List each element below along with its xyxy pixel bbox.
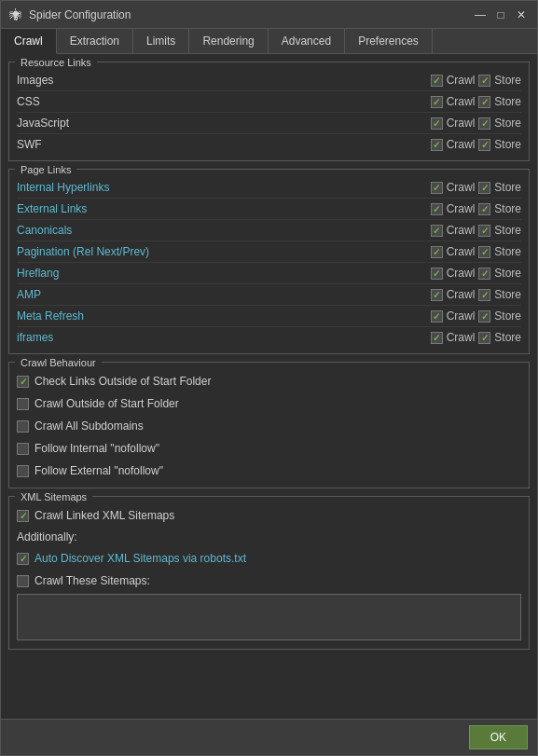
crawl-check-meta-refresh[interactable]: Crawl [431, 309, 476, 323]
check-crawl-outside[interactable] [17, 398, 29, 410]
store-check-js[interactable]: Store [478, 117, 521, 130]
crawl-checkbox-amp[interactable] [431, 289, 443, 301]
crawl-label: Crawl [447, 245, 476, 258]
table-row: Meta Refresh Crawl Store [17, 306, 521, 327]
crawl-label: Crawl [447, 117, 476, 130]
crawl-check-internal[interactable]: Crawl [431, 181, 476, 194]
store-checkbox-canonicals[interactable] [478, 225, 490, 237]
store-label: Store [494, 331, 521, 344]
crawl-behaviour-body: Check Links Outside of Start Folder Craw… [9, 370, 529, 488]
minimize-button[interactable]: — [472, 7, 489, 23]
check-crawl-subdomains[interactable] [17, 420, 29, 433]
xml-sitemaps-body: Crawl Linked XML Sitemaps Additionally: … [9, 504, 529, 649]
row-label-pagination: Pagination (Rel Next/Prev) [17, 245, 431, 258]
crawl-checkbox-external[interactable] [431, 203, 443, 215]
label-crawl-these-sitemaps: Crawl These Sitemaps: [34, 574, 150, 587]
store-check-meta-refresh[interactable]: Store [478, 309, 521, 323]
row-label-iframes: iframes [17, 331, 431, 344]
check-auto-discover[interactable] [17, 553, 29, 565]
store-check-internal[interactable]: Store [478, 181, 521, 194]
store-check-iframes[interactable]: Store [478, 331, 521, 344]
store-check-amp[interactable]: Store [478, 288, 521, 301]
ok-button[interactable]: OK [469, 725, 528, 749]
crawl-checkbox-pagination[interactable] [431, 246, 443, 258]
crawl-check-iframes[interactable]: Crawl [431, 331, 476, 344]
store-checkbox-meta-refresh[interactable] [478, 310, 490, 323]
tab-extraction[interactable]: Extraction [57, 29, 133, 53]
label-follow-external-nofollow: Follow External "nofollow" [34, 464, 163, 477]
check-follow-external-nofollow[interactable] [17, 465, 29, 477]
xml-sitemaps-title: XML Sitemaps [15, 489, 92, 504]
crawl-checkbox-hreflang[interactable] [431, 268, 443, 280]
list-item: Auto Discover XML Sitemaps via robots.tx… [17, 547, 521, 570]
store-check-canonicals[interactable]: Store [478, 224, 521, 237]
tab-preferences[interactable]: Preferences [345, 29, 433, 53]
store-label: Store [494, 309, 521, 323]
crawl-check-images[interactable]: Crawl [431, 74, 476, 87]
crawl-check-canonicals[interactable]: Crawl [431, 224, 476, 237]
tab-rendering[interactable]: Rendering [189, 29, 268, 53]
store-label: Store [494, 117, 521, 130]
crawl-check-js[interactable]: Crawl [431, 117, 476, 130]
crawl-checkbox-meta-refresh[interactable] [431, 310, 443, 323]
close-button[interactable]: ✕ [513, 7, 530, 23]
crawl-check-swf[interactable]: Crawl [431, 138, 476, 151]
main-content: Resource Links Images Crawl Store [1, 54, 537, 719]
row-controls: Crawl Store [431, 245, 521, 258]
maximize-button[interactable]: □ [492, 7, 509, 23]
tab-crawl[interactable]: Crawl [1, 29, 57, 54]
row-label-meta-refresh: Meta Refresh [17, 309, 431, 323]
check-outside-start-folder[interactable] [17, 376, 29, 388]
crawl-checkbox-js[interactable] [431, 117, 443, 130]
crawl-checkbox-canonicals[interactable] [431, 225, 443, 237]
store-label: Store [494, 95, 521, 108]
crawl-checkbox-internal[interactable] [431, 182, 443, 194]
crawl-check-external[interactable]: Crawl [431, 202, 476, 215]
crawl-checkbox-iframes[interactable] [431, 332, 443, 344]
crawl-label: Crawl [447, 288, 476, 301]
label-crawl-subdomains: Crawl All Subdomains [34, 419, 144, 433]
check-crawl-linked-sitemaps[interactable] [17, 510, 29, 522]
store-checkbox-css[interactable] [478, 96, 490, 108]
label-outside-start-folder: Check Links Outside of Start Folder [34, 375, 211, 388]
title-bar: 🕷 Spider Configuration — □ ✕ [1, 1, 537, 29]
store-checkbox-hreflang[interactable] [478, 268, 490, 280]
store-checkbox-swf[interactable] [478, 139, 490, 151]
check-follow-internal-nofollow[interactable] [17, 443, 29, 455]
store-checkbox-pagination[interactable] [478, 246, 490, 258]
crawl-check-css[interactable]: Crawl [431, 95, 476, 108]
crawl-label: Crawl [447, 202, 476, 215]
check-crawl-these-sitemaps[interactable] [17, 575, 29, 587]
store-checkbox-js[interactable] [478, 117, 490, 130]
crawl-check-hreflang[interactable]: Crawl [431, 267, 476, 280]
crawl-checkbox-swf[interactable] [431, 139, 443, 151]
store-checkbox-iframes[interactable] [478, 332, 490, 344]
store-check-hreflang[interactable]: Store [478, 267, 521, 280]
row-label-js: JavaScript [17, 117, 431, 130]
crawl-checkbox-css[interactable] [431, 96, 443, 108]
crawl-label: Crawl [447, 74, 476, 87]
store-check-external[interactable]: Store [478, 202, 521, 215]
store-checkbox-amp[interactable] [478, 289, 490, 301]
sitemap-textarea[interactable] [17, 594, 521, 640]
list-item: Check Links Outside of Start Folder [17, 370, 521, 392]
row-controls: Crawl Store [431, 181, 521, 194]
tab-advanced[interactable]: Advanced [269, 29, 345, 53]
row-label-images: Images [17, 74, 431, 87]
crawl-check-amp[interactable]: Crawl [431, 288, 476, 301]
tab-limits[interactable]: Limits [133, 29, 189, 53]
row-controls: Crawl Store [431, 95, 521, 108]
resource-links-section: Resource Links Images Crawl Store [8, 62, 530, 161]
crawl-check-pagination[interactable]: Crawl [431, 245, 476, 258]
store-check-images[interactable]: Store [478, 74, 521, 87]
list-item: Follow External "nofollow" [17, 460, 521, 482]
store-check-swf[interactable]: Store [478, 138, 521, 151]
store-checkbox-images[interactable] [478, 75, 490, 87]
crawl-checkbox-images[interactable] [431, 75, 443, 87]
crawl-behaviour-title: Crawl Behaviour [15, 355, 102, 370]
store-checkbox-internal[interactable] [478, 182, 490, 194]
store-check-css[interactable]: Store [478, 95, 521, 108]
store-label: Store [494, 288, 521, 301]
store-checkbox-external[interactable] [478, 203, 490, 215]
store-check-pagination[interactable]: Store [478, 245, 521, 258]
